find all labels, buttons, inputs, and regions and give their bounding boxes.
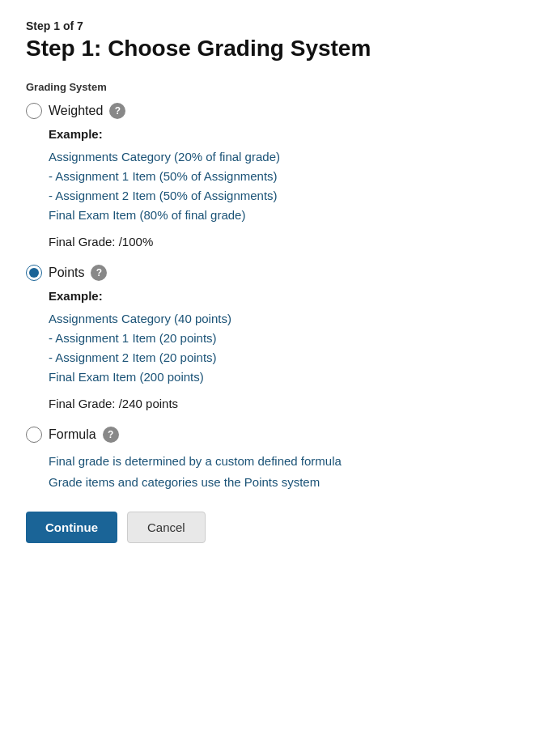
list-item: Final Exam Item (80% of final grade) bbox=[49, 206, 530, 225]
option-weighted: Weighted ? Example: Assignments Category… bbox=[26, 103, 530, 248]
radio-weighted[interactable] bbox=[26, 103, 42, 119]
list-item: - Assignment 2 Item (50% of Assignments) bbox=[49, 186, 530, 206]
formula-desc-line2: Grade items and categories use the Point… bbox=[49, 472, 530, 493]
list-item: - Assignment 2 Item (20 points) bbox=[49, 348, 530, 367]
details-points: Example: Assignments Category (40 points… bbox=[49, 289, 530, 410]
help-icon-weighted[interactable]: ? bbox=[109, 103, 125, 119]
cancel-button[interactable]: Cancel bbox=[127, 512, 206, 543]
details-weighted: Example: Assignments Category (20% of fi… bbox=[49, 127, 530, 248]
label-points[interactable]: Points bbox=[49, 265, 84, 280]
formula-desc-line1: Final grade is determined by a custom de… bbox=[49, 451, 530, 472]
final-grade-weighted: Final Grade: /100% bbox=[49, 235, 530, 248]
radio-formula[interactable] bbox=[26, 427, 42, 443]
example-list-weighted: Assignments Category (20% of final grade… bbox=[49, 147, 530, 225]
list-item: Assignments Category (20% of final grade… bbox=[49, 147, 530, 167]
help-icon-points[interactable]: ? bbox=[91, 265, 107, 281]
example-list-points: Assignments Category (40 points) - Assig… bbox=[49, 309, 530, 387]
grading-system-label: Grading System bbox=[26, 81, 530, 93]
example-label-weighted: Example: bbox=[49, 127, 530, 141]
button-row: Continue Cancel bbox=[26, 512, 530, 543]
list-item: - Assignment 1 Item (20 points) bbox=[49, 329, 530, 348]
label-weighted[interactable]: Weighted bbox=[49, 104, 103, 118]
option-formula: Formula ? Final grade is determined by a… bbox=[26, 427, 530, 492]
step-indicator: Step 1 of 7 bbox=[26, 19, 530, 32]
page-container: Step 1 of 7 Step 1: Choose Grading Syste… bbox=[0, 0, 556, 756]
label-formula[interactable]: Formula bbox=[49, 427, 96, 442]
radio-points[interactable] bbox=[26, 265, 42, 281]
list-item: - Assignment 1 Item (50% of Assignments) bbox=[49, 167, 530, 186]
page-title: Step 1: Choose Grading System bbox=[26, 36, 530, 62]
list-item: Final Exam Item (200 points) bbox=[49, 367, 530, 387]
example-label-points: Example: bbox=[49, 289, 530, 303]
help-icon-formula[interactable]: ? bbox=[103, 427, 119, 443]
formula-description: Final grade is determined by a custom de… bbox=[49, 451, 530, 492]
continue-button[interactable]: Continue bbox=[26, 512, 117, 543]
final-grade-points: Final Grade: /240 points bbox=[49, 397, 530, 410]
list-item: Assignments Category (40 points) bbox=[49, 309, 530, 329]
option-points: Points ? Example: Assignments Category (… bbox=[26, 265, 530, 410]
